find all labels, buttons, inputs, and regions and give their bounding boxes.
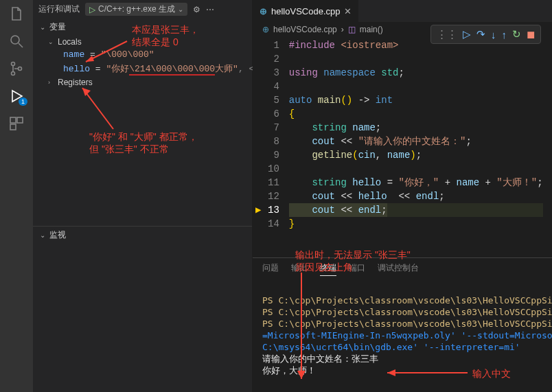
- watch-label: 监视: [49, 229, 66, 241]
- variables-label: 变量: [49, 21, 66, 33]
- breadcrumb-symbol: main(): [360, 25, 383, 34]
- code-body[interactable]: #include <iostream> using namespace std;…: [289, 38, 543, 231]
- bottom-panel: 问题 输出 终端 端口 调试控制台 PS C:\cpp\Projects\cla…: [253, 257, 552, 392]
- gear-icon[interactable]: ⚙: [193, 5, 200, 14]
- drag-handle-icon[interactable]: ⋮⋮: [437, 28, 457, 41]
- play-icon: ▷: [89, 5, 95, 14]
- run-debug-icon[interactable]: 1: [8, 88, 25, 104]
- tab-hellovscode[interactable]: ⊕ helloVSCode.cpp ✕: [253, 0, 359, 22]
- svg-rect-5: [10, 117, 16, 123]
- debug-header: 运行和调试 ▷ C/C++: g++.exe 生成 ⌄ ⚙ ⋯: [33, 0, 252, 19]
- svg-point-4: [19, 67, 22, 71]
- svg-point-0: [11, 36, 19, 44]
- tab-problems[interactable]: 问题: [262, 262, 279, 276]
- variables-section-header[interactable]: ⌄ 变量: [33, 19, 252, 36]
- search-icon[interactable]: [8, 33, 25, 49]
- terminal[interactable]: PS C:\cpp\Projects\classroom\vscode\ls03…: [253, 279, 552, 392]
- restart-icon[interactable]: ↻: [512, 28, 521, 41]
- debug-config-label: C/C++: g++.exe 生成: [98, 3, 175, 15]
- stop-icon[interactable]: ◼: [527, 28, 535, 41]
- tab-filename: helloVSCode.cpp: [271, 6, 340, 16]
- debug-badge: 1: [19, 97, 27, 106]
- cpp-file-icon: ⊕: [260, 6, 267, 16]
- tab-terminal[interactable]: 终端: [320, 262, 336, 276]
- debug-sidebar: 运行和调试 ▷ C/C++: g++.exe 生成 ⌄ ⚙ ⋯ ⌄ 变量 ⌄ L…: [33, 0, 253, 392]
- var-hello[interactable]: hello = "你好\214\000\000\000大师", <i…: [33, 61, 252, 76]
- more-icon[interactable]: ⋯: [206, 5, 214, 14]
- scope-locals[interactable]: ⌄ Locals: [48, 36, 252, 48]
- step-into-icon[interactable]: ↓: [491, 29, 496, 41]
- source-control-icon[interactable]: [8, 60, 25, 77]
- editor-tabs: ⊕ helloVSCode.cpp ✕: [253, 0, 552, 22]
- chevron-right-icon: ›: [341, 25, 344, 34]
- var-name[interactable]: name = "\000\000": [33, 48, 252, 61]
- chevron-down-icon: ⌄: [178, 5, 183, 13]
- step-out-icon[interactable]: ↑: [502, 29, 507, 41]
- code-editor[interactable]: ▶ 1 2 3 4 5 6 7 8 9 10 11 12 13 14 #incl…: [253, 37, 552, 231]
- scope-registers[interactable]: › Registers: [48, 76, 252, 89]
- symbol-icon: ◫: [348, 25, 356, 34]
- watch-section-header[interactable]: ⌄ 监视: [33, 226, 252, 244]
- breakpoint-gutter[interactable]: ▶: [253, 38, 265, 231]
- chevron-down-icon: ⌄: [40, 23, 47, 31]
- step-over-icon[interactable]: ↷: [476, 28, 485, 41]
- chevron-right-icon: ›: [48, 79, 55, 86]
- debug-config-dropdown[interactable]: ▷ C/C++: g++.exe 生成 ⌄: [85, 3, 187, 16]
- chevron-down-icon: ⌄: [48, 38, 55, 45]
- debug-toolbar: ⋮⋮ ▷ ↷ ↓ ↑ ↻ ◼: [430, 25, 541, 44]
- svg-rect-7: [10, 124, 16, 130]
- extensions-icon[interactable]: [8, 115, 25, 132]
- svg-line-1: [19, 43, 23, 47]
- continue-icon[interactable]: ▷: [463, 28, 471, 41]
- scope-registers-label: Registers: [58, 78, 93, 87]
- editor-area: ⊕ helloVSCode.cpp ✕ ⊕ helloVSCode.cpp › …: [253, 0, 552, 392]
- panel-tabs: 问题 输出 终端 端口 调试控制台: [253, 258, 552, 279]
- activity-bar: 1: [0, 0, 33, 392]
- current-line-icon: ▶: [255, 205, 261, 216]
- explorer-icon[interactable]: [8, 5, 25, 22]
- svg-rect-6: [17, 117, 23, 123]
- tab-output[interactable]: 输出: [291, 262, 308, 276]
- sidebar-title: 运行和调试: [38, 3, 80, 15]
- tab-ports[interactable]: 端口: [349, 262, 365, 276]
- chevron-down-icon: ⌄: [40, 231, 47, 239]
- svg-point-3: [12, 72, 15, 76]
- breadcrumb-file: helloVSCode.cpp: [273, 25, 337, 34]
- scope-locals-label: Locals: [58, 37, 82, 47]
- svg-point-2: [12, 62, 15, 66]
- line-numbers: 1 2 3 4 5 6 7 8 9 10 11 12 13 14: [265, 38, 289, 231]
- cpp-file-icon: ⊕: [262, 25, 269, 34]
- tab-debug-console[interactable]: 调试控制台: [378, 262, 419, 276]
- close-icon[interactable]: ✕: [344, 6, 352, 16]
